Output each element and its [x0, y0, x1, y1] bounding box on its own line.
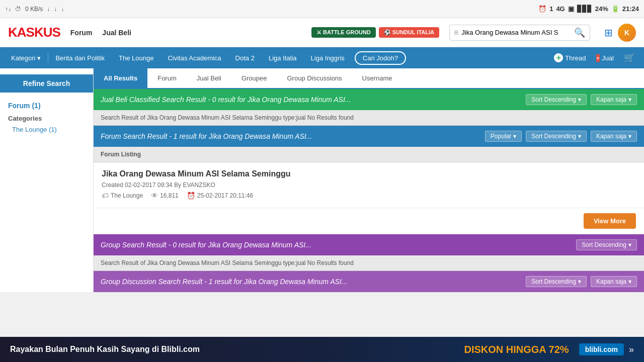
signal-icon: ▣ — [568, 5, 574, 13]
status-left: ↑↓ ⏱ 0 KB/s ↓ ↓ ↓ — [5, 6, 64, 13]
tab-jual-beli[interactable]: Jual Beli — [187, 68, 231, 88]
clock-time: 21:24 — [622, 5, 639, 13]
nav-cart[interactable]: 🛒 — [619, 52, 640, 63]
sidebar-categories-label: Categories — [0, 113, 93, 124]
search-bar-container: ≡ 🔍 — [449, 25, 590, 41]
nav-berita[interactable]: Berita dan Politik — [48, 47, 112, 68]
tab-forum[interactable]: Forum — [147, 68, 187, 88]
forum-header: Forum Search Result - 1 result for Jika … — [94, 126, 644, 147]
group-header: Group Search Result - 0 result for Jika … — [94, 234, 644, 255]
tab-username[interactable]: Username — [352, 68, 403, 88]
group-discussion-sort-btn[interactable]: Sort Descending ▾ — [526, 276, 587, 287]
nav-kategori[interactable]: Kategori ▾ — [4, 47, 48, 68]
sundul-italia-banner[interactable]: ⚽ SUNDUL ITALIA — [379, 27, 439, 38]
nav-lounge[interactable]: The Lounge — [112, 47, 160, 68]
forum-query: - 1 result for Jika Orang Dewasa Minum A… — [169, 132, 312, 140]
forum-time-btn[interactable]: Kapan saja ▾ — [591, 131, 637, 142]
jual-label: Jual — [602, 54, 614, 62]
jual-beli-query: - 0 result for Jika Orang Dewasa Minum A… — [208, 96, 351, 104]
sidebar: Refine Search Forum (1) Categories The L… — [0, 68, 94, 292]
network-4g: 4G — [556, 5, 565, 13]
group-discussion-time-btn[interactable]: Kapan saja ▾ — [591, 276, 637, 287]
speed-text: 0 KB/s — [25, 6, 43, 13]
group-section: Group Search Result - 0 result for Jika … — [94, 234, 644, 271]
forum-sort-btn[interactable]: Sort Descending ▾ — [526, 131, 587, 142]
clock-icon: ⏰ — [187, 192, 195, 200]
tabs-bar: All Results Forum Jual Beli Groupee Grou… — [94, 68, 644, 89]
plus-icon: + — [554, 53, 563, 62]
upload-download-icon: ↑↓ — [5, 6, 11, 13]
forum-result-item: Jika Orang Dewasa Minum ASI Selama Semin… — [94, 162, 644, 208]
forum-item-tags: 🏷 The Lounge 👁 16,811 ⏰ 25-02-2017 20:11… — [102, 192, 636, 200]
jual-beli-title: Jual Beli Classified Search Result - 0 r… — [101, 96, 351, 104]
kaskus-logo[interactable]: KASKUS — [8, 25, 60, 40]
nav-liga-inggris[interactable]: Liga Inggris — [304, 47, 352, 68]
forum-item-category: 🏷 The Lounge — [102, 192, 143, 200]
sidebar-forum-label[interactable]: Forum (1) — [0, 99, 93, 113]
tab-group-discussions[interactable]: Group Discussions — [277, 68, 352, 88]
group-controls: Sort Descending ▾ — [576, 239, 637, 250]
alarm-icon: ⏰ — [538, 5, 546, 13]
refine-search-button[interactable]: Refine Search — [0, 74, 93, 93]
search-button[interactable]: 🔍 — [574, 27, 585, 38]
forum-popular-btn[interactable]: Popular ▾ — [485, 131, 522, 142]
header-banners: ⚔ BATTLE GROUND ⚽ SUNDUL ITALIA — [311, 27, 439, 38]
grid-icon[interactable]: ⊞ — [604, 27, 613, 39]
header-nav: Forum Jual Beli — [70, 29, 131, 37]
eye-icon: 👁 — [151, 192, 158, 200]
nav-cari-jodoh[interactable]: Cari Jodoh? — [355, 51, 406, 65]
avatar[interactable]: K — [618, 24, 636, 42]
header-icons: ⊞ K — [604, 24, 636, 42]
jual-beli-controls: Sort Descending ▾ Kapan saja ▾ — [526, 94, 637, 105]
signal-bars-icon: ▊▊▊ — [577, 5, 592, 13]
group-no-result: Search Result of Jika Orang Dewasa Minum… — [94, 255, 644, 271]
nav-dota2[interactable]: Dota 2 — [228, 47, 262, 68]
battleground-banner[interactable]: ⚔ BATTLE GROUND — [311, 27, 376, 38]
jual-beli-no-result: Search Result of Jika Orang Dewasa Minum… — [94, 110, 644, 126]
hamburger-icon: ≡ — [454, 28, 458, 37]
forum-item-title[interactable]: Jika Orang Dewasa Minum ASI Selama Semin… — [102, 169, 636, 178]
jual-beli-time-btn[interactable]: Kapan saja ▾ — [591, 94, 637, 105]
view-more-button[interactable]: View More — [584, 213, 636, 229]
nav-thread[interactable]: + Thread — [549, 53, 591, 62]
group-sort-btn[interactable]: Sort Descending ▾ — [576, 239, 637, 250]
status-right: ⏰ 1 4G ▣ ▊▊▊ 24% 🔋 21:24 — [538, 5, 639, 13]
view-more-row: View More — [94, 208, 644, 234]
search-input[interactable] — [461, 29, 572, 36]
group-title: Group Search Result - 0 result for Jika … — [101, 241, 311, 249]
thread-label: Thread — [565, 54, 586, 62]
jual-beli-section: Jual Beli Classified Search Result - 0 r… — [94, 89, 644, 126]
tab-groupee[interactable]: Groupee — [231, 68, 277, 88]
tab-all-results[interactable]: All Results — [94, 68, 147, 88]
forum-section: Forum Search Result - 1 result for Jika … — [94, 126, 644, 234]
sidebar-item-lounge[interactable]: The Lounge (1) — [0, 124, 93, 135]
jual-beli-link[interactable]: Jual Beli — [102, 29, 131, 37]
forum-item-date: ⏰ 25-02-2017 20:11:46 — [187, 192, 253, 200]
content-area: All Results Forum Jual Beli Groupee Grou… — [94, 68, 644, 292]
group-discussion-title: Group Discussion Search Result - 1 resul… — [101, 278, 347, 286]
forum-listing-header: Forum Listing — [94, 147, 644, 162]
battery-percent: 24% — [595, 5, 608, 13]
nav-civitas[interactable]: Civitas Academica — [160, 47, 228, 68]
plus-icon-jual: + — [596, 54, 600, 62]
nav-liga-italia[interactable]: Liga Italia — [262, 47, 304, 68]
group-discussion-controls: Sort Descending ▾ Kapan saja ▾ — [526, 276, 637, 287]
tag-icon: 🏷 — [102, 192, 109, 200]
download-icon-2: ↓ — [54, 6, 57, 13]
forum-item-meta: Created 02-02-2017 09:34 By EVANZSKO — [102, 182, 636, 189]
download-icon-1: ↓ — [47, 6, 50, 13]
status-bar: ↑↓ ⏱ 0 KB/s ↓ ↓ ↓ ⏰ 1 4G ▣ ▊▊▊ 24% 🔋 21:… — [0, 0, 644, 18]
group-discussion-section: Group Discussion Search Result - 1 resul… — [94, 271, 644, 292]
header: KASKUS Forum Jual Beli ⚔ BATTLE GROUND ⚽… — [0, 18, 644, 47]
group-discussion-header: Group Discussion Search Result - 1 resul… — [94, 271, 644, 292]
jual-beli-header: Jual Beli Classified Search Result - 0 r… — [94, 89, 644, 110]
forum-controls: Popular ▾ Sort Descending ▾ Kapan saja ▾ — [485, 131, 637, 142]
download-icon-3: ↓ — [61, 6, 64, 13]
jual-beli-sort-btn[interactable]: Sort Descending ▾ — [526, 94, 587, 105]
forum-title: Forum Search Result - 1 result for Jika … — [101, 132, 312, 140]
battery-icon: 🔋 — [611, 5, 619, 13]
group-query: - 0 result for Jika Orang Dewasa Minum A… — [169, 241, 311, 249]
timer-icon: ⏱ — [15, 6, 21, 13]
nav-jual[interactable]: + Jual — [591, 54, 619, 62]
forum-link[interactable]: Forum — [70, 29, 93, 37]
